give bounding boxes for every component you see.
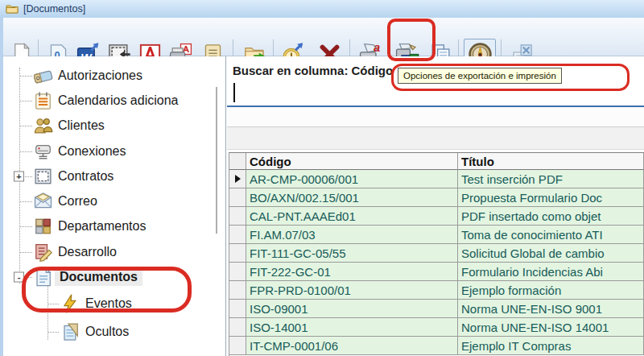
titulo-cell[interactable]: Toma de conocimiento ATI (458, 226, 644, 244)
doc-pencil-icon (33, 242, 53, 262)
tree-expander[interactable]: - (14, 272, 24, 283)
lightning-icon (60, 294, 80, 314)
table-row[interactable]: IT-CMP-0001/06 Ejemplo IT Compras (229, 337, 644, 355)
sidebar-item-documentos[interactable]: - Documentos (3, 264, 225, 289)
codigo-cell[interactable]: ISO-14001 (246, 318, 458, 337)
codigo-cell[interactable]: AR-CMP-00006/001 (246, 170, 458, 188)
titulo-cell[interactable]: Propuesta Formulario Doc (458, 188, 644, 207)
folded-doc-icon (60, 322, 80, 342)
table-row[interactable]: FI.AM.07/03 Toma de conocimiento ATI (229, 226, 644, 244)
row-selector-cell[interactable] (229, 226, 246, 244)
table-row[interactable]: CAL-PNT.AAAEd01 PDF insertado como objet (229, 207, 644, 226)
row-selector-cell[interactable] (229, 244, 246, 263)
documents-table: Código Título AR-CMP-00006/001 Test inse… (229, 152, 644, 356)
server-icon (33, 141, 53, 161)
people-icon (33, 116, 53, 136)
table-header-row: Código Título (229, 153, 644, 170)
app-window: [Documentos] 0 W a WX Autorizaciones (0, 0, 644, 356)
dashed-square-icon (33, 166, 53, 186)
sidebar-item-clientes[interactable]: Clientes (3, 114, 225, 139)
search-input[interactable] (227, 81, 644, 106)
toolbar: 0 W a WX (0, 18, 644, 56)
sidebar-item-departamentos[interactable]: Departamentos (3, 214, 225, 239)
row-selector-cell[interactable] (229, 263, 246, 281)
table-row[interactable]: FPR-PRD-0100/01 Ejemplo formación (229, 281, 644, 300)
table-row[interactable]: AR-CMP-00006/001 Test inserción PDF (229, 170, 644, 188)
cubes-icon (33, 217, 53, 237)
column-header-codigo[interactable]: Código (246, 153, 458, 170)
tree-expander[interactable]: + (14, 171, 24, 181)
titulo-cell[interactable]: Ejemplo formación (458, 281, 644, 300)
tooltip-export-options: Opciones de exportación e impresión (398, 68, 562, 84)
sidebar-item-eventos[interactable]: Eventos (3, 290, 225, 318)
calendar-notes-icon (33, 90, 53, 110)
sidebar-item-desarrollo[interactable]: Desarrollo (3, 239, 225, 264)
search-column-label: Buscar en columna: Código (233, 64, 393, 77)
row-selector-header[interactable] (229, 153, 246, 170)
sidebar-item-autorizaciones[interactable]: Autorizaciones (3, 63, 225, 88)
codigo-cell[interactable]: FIT-222-GC-01 (246, 263, 458, 281)
envelope-icon (33, 192, 53, 212)
window-title: [Documentos] (23, 3, 85, 14)
codigo-cell[interactable]: FIT-111-GC-05/55 (246, 244, 458, 263)
titulo-cell[interactable]: Norma UNE-EN-ISO 9001 (458, 300, 644, 318)
codigo-cell[interactable]: CAL-PNT.AAAEd01 (246, 207, 458, 226)
column-header-titulo[interactable]: Título (458, 153, 644, 170)
spacer-band (227, 127, 644, 150)
sidebar-item-ocultos[interactable]: Ocultos (3, 318, 225, 346)
table-row[interactable]: BO/AXN/002.15/001 Propuesta Formulario D… (229, 188, 644, 207)
table-row[interactable]: FIT-222-GC-01 Formulario Incidencias Abi (229, 263, 644, 281)
tag-icon (33, 65, 53, 85)
table-row[interactable]: ISO-14001 Norma UNE-EN-ISO 14001 (229, 318, 644, 337)
document-icon (33, 267, 53, 288)
window-titlebar[interactable]: [Documentos] (0, 0, 644, 18)
sidebar-item-conexiones[interactable]: Conexiones (3, 139, 225, 164)
sidebar-tree: Autorizaciones Calendarios adiciona Clie… (3, 56, 226, 356)
row-selector-cell[interactable] (229, 281, 246, 300)
filter-band (227, 107, 644, 127)
text-caret (233, 83, 235, 102)
folder-icon (6, 2, 19, 15)
row-selector-cell[interactable] (229, 337, 246, 355)
titulo-cell[interactable]: Test inserción PDF (458, 170, 644, 188)
titulo-cell[interactable]: Formulario Incidencias Abi (458, 263, 644, 281)
row-selector-cell[interactable] (229, 300, 246, 318)
sidebar-item-correo[interactable]: Correo (3, 188, 225, 213)
titulo-cell[interactable]: Ejemplo IT Compras (458, 337, 644, 355)
codigo-cell[interactable]: ISO-09001 (246, 300, 458, 318)
codigo-cell[interactable]: BO/AXN/002.15/001 (246, 188, 458, 207)
sidebar-item-contratos[interactable]: + Contratos (3, 164, 225, 188)
codigo-cell[interactable]: FI.AM.07/03 (246, 226, 458, 244)
table-row[interactable]: FIT-111-GC-05/55 Solicitud Global de cam… (229, 244, 644, 263)
row-selector-cell[interactable] (229, 188, 246, 207)
codigo-cell[interactable]: FPR-PRD-0100/01 (246, 281, 458, 300)
current-row-marker (235, 175, 241, 183)
row-selector-cell[interactable] (229, 318, 246, 337)
titulo-cell[interactable]: Solicitud Global de cambio (458, 244, 644, 263)
row-selector-cell[interactable] (229, 170, 246, 188)
sidebar-item-calendarios-adiciona[interactable]: Calendarios adiciona (3, 88, 225, 113)
codigo-cell[interactable]: IT-CMP-0001/06 (246, 337, 458, 355)
row-selector-cell[interactable] (229, 207, 246, 226)
titulo-cell[interactable]: PDF insertado como objet (458, 207, 644, 226)
main-panel: Buscar en columna: Código Código Título … (227, 56, 644, 356)
titulo-cell[interactable]: Norma UNE-EN-ISO 14001 (458, 318, 644, 337)
table-row[interactable]: ISO-09001 Norma UNE-EN-ISO 9001 (229, 300, 644, 318)
